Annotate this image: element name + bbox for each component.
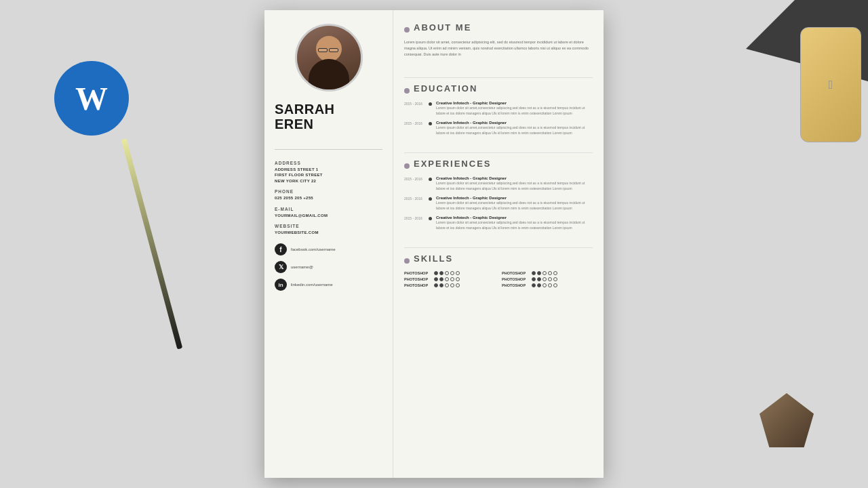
skill-dot [542,277,547,281]
entry-item: 2015 - 2016 Creative Infotech - Graphic … [404,101,593,116]
separator-2 [404,152,593,153]
social-section: f facebook.com/username 𝕏 username@ in l… [275,243,336,291]
skill-dot [439,271,443,275]
entry-desc: Lorem ipsum dolor sit amet,consectetur a… [436,106,593,116]
skill-dots [434,277,460,281]
skill-row: PHOTOSHOP [502,271,593,275]
entry-content: Creative Infotech - Graphic Designer Lor… [436,216,593,230]
entry-item: 2015 - 2016 Creative Infotech - Graphic … [404,176,593,191]
skill-dots [532,271,557,275]
bg-phone:  [800,27,861,142]
entry-item: 2015 - 2016 Creative Infotech - Graphic … [404,216,593,230]
entry-year: 2015 - 2016 [404,196,425,211]
experience-title: EXPERIENCES [414,159,491,169]
education-section: EDUCATION 2015 - 2016 Creative Infotech … [404,83,593,140]
address-value: ADDRESS STREET 1FIRST FLOOR STREETNEW YO… [275,167,323,184]
avatar-head [316,36,342,62]
email-value: YOURMAIL@GMAIL.COM [275,213,328,218]
skill-name: PHOTOSHOP [404,271,431,275]
entry-title: Creative Infotech - Graphic Designer [436,121,593,125]
entry-year: 2015 - 2016 [404,176,425,191]
skill-row: PHOTOSHOP [404,277,495,281]
skill-dot [445,283,449,287]
skill-dots [532,283,557,287]
skill-dots [434,283,460,287]
skills-dot [404,258,410,264]
skill-dot [450,283,454,287]
facebook-label: facebook.com/username [291,247,336,251]
email-label: E-MAIL [275,207,294,211]
skill-dot [537,283,541,287]
entry-content: Creative Infotech - Graphic Designer Lor… [436,196,593,211]
word-icon-letter: W [75,80,108,117]
facebook-item: f facebook.com/username [275,243,336,256]
linkedin-label: linkedin.com/username [291,283,333,287]
education-title: EDUCATION [414,83,477,94]
entry-title: Creative Infotech - Graphic Designer [436,196,593,200]
skill-dot [553,283,557,287]
skills-title: SKILLS [414,253,453,264]
skill-name: PHOTOSHOP [502,271,529,275]
entry-year: 2015 - 2016 [404,101,425,116]
bg-gem [760,393,814,447]
entry-content: Creative Infotech - Graphic Designer Lor… [436,176,593,191]
twitter-label: username@ [291,265,313,269]
skill-dot [548,271,552,275]
address-label: ADDRESS [275,161,301,165]
experience-section: EXPERIENCES 2015 - 2016 Creative Infotec… [404,159,593,235]
avatar-body [309,59,349,89]
about-text: Lorem ipsum dolor sit amet, consectetur … [404,39,593,57]
skill-row: PHOTOSHOP [502,283,593,287]
skill-dot [456,277,460,281]
skills-grid: PHOTOSHOP PHOTOSHOP PHOTOSHOP PHOTOSHOP … [404,271,593,287]
skill-dot [537,271,541,275]
phone-label: PHONE [275,189,294,194]
right-column: ABOUT ME Lorem ipsum dolor sit amet, con… [393,10,604,478]
entry-bullet [429,178,432,181]
skill-dot [439,277,443,281]
skill-dot [445,277,449,281]
entry-desc: Lorem ipsum dolor sit amet,consectetur a… [436,181,593,191]
entry-bullet [429,217,432,220]
website-value: YOURWEBSITE.COM [275,230,319,235]
skills-section: SKILLS PHOTOSHOP PHOTOSHOP PHOTOSHOP PHO… [404,253,593,287]
website-label: WEBSITE [275,224,300,228]
entry-desc: Lorem ipsum dolor sit amet,consectetur a… [436,125,593,136]
avatar [295,24,363,92]
skill-dot [439,283,443,287]
skill-name: PHOTOSHOP [404,277,431,281]
entry-desc: Lorem ipsum dolor sit amet,consectetur a… [436,220,593,230]
skill-name: PHOTOSHOP [502,283,529,287]
resume-card: SARRAH EREN ADDRESS ADDRESS STREET 1FIRS… [264,10,604,478]
linkedin-icon: in [275,279,287,291]
skill-row: PHOTOSHOP [404,283,495,287]
about-title: ABOUT ME [414,22,471,33]
avatar-image [297,26,361,89]
entry-content: Creative Infotech - Graphic Designer Lor… [436,101,593,116]
skill-name: PHOTOSHOP [502,277,529,281]
twitter-item: 𝕏 username@ [275,261,336,273]
divider-1 [275,149,382,150]
skill-row: PHOTOSHOP [502,277,593,281]
entry-bullet [429,102,432,106]
skill-dot [553,271,557,275]
experience-dot [404,163,410,169]
education-dot [404,88,410,94]
skill-row: PHOTOSHOP [404,271,495,275]
skill-dot [542,271,547,275]
skill-dot [532,277,536,281]
about-section: ABOUT ME Lorem ipsum dolor sit amet, con… [404,22,593,65]
skill-dot [548,283,552,287]
entry-content: Creative Infotech - Graphic Designer Lor… [436,121,593,136]
entry-bullet [429,122,432,125]
word-icon: W [54,61,129,136]
linkedin-item: in linkedin.com/username [275,279,336,291]
left-column: SARRAH EREN ADDRESS ADDRESS STREET 1FIRS… [264,10,393,478]
skill-dot [445,271,449,275]
skill-dot [434,277,438,281]
entry-year: 2015 - 2016 [404,216,425,230]
entry-title: Creative Infotech - Graphic Designer [436,216,593,220]
entry-item: 2015 - 2016 Creative Infotech - Graphic … [404,121,593,136]
phone-value: 025 2055 205 +255 [275,195,313,201]
entry-title: Creative Infotech - Graphic Designer [436,101,593,105]
